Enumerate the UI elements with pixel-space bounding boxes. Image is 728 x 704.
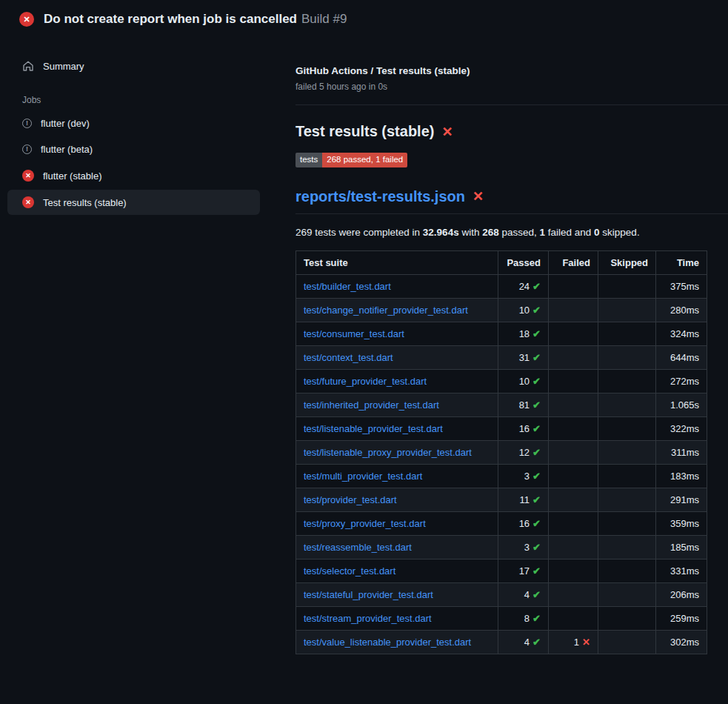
suite-link[interactable]: test/proxy_provider_test.dart: [304, 518, 426, 529]
suite-link[interactable]: test/stream_provider_test.dart: [304, 613, 432, 624]
skipped-cell: [598, 511, 656, 535]
sidebar-job-item[interactable]: ✕ Test results (stable): [7, 190, 260, 215]
passed-cell: 81✔: [498, 393, 549, 416]
summary-failed-count: 1: [540, 227, 546, 238]
col-skipped: Skipped: [598, 250, 656, 274]
summary-text: failed and: [545, 227, 594, 238]
failed-cell: [549, 488, 598, 511]
x-icon: ✕: [441, 124, 453, 140]
alert-circle-icon: !: [22, 145, 32, 154]
col-failed: Failed: [549, 250, 598, 274]
suite-link[interactable]: test/reassemble_test.dart: [304, 542, 412, 553]
report-heading: reports/test-results.json ✕: [295, 188, 728, 214]
skipped-cell: [598, 274, 656, 298]
suite-link[interactable]: test/provider_test.dart: [304, 494, 397, 505]
suite-link[interactable]: test/consumer_test.dart: [304, 328, 404, 339]
check-icon: ✔: [532, 328, 541, 339]
time-cell: 272ms: [656, 369, 707, 393]
passed-cell: 17✔: [498, 559, 549, 582]
time-cell: 1.065s: [656, 393, 707, 416]
x-circle-icon: ✕: [19, 12, 34, 27]
check-icon: ✔: [532, 613, 541, 624]
suite-link[interactable]: test/listenable_proxy_provider_test.dart: [304, 447, 472, 458]
x-circle-icon: ✕: [22, 170, 34, 182]
jobs-heading: Jobs: [0, 95, 278, 105]
table-row: test/value_listenable_provider_test.dart…: [296, 630, 707, 654]
table-row: test/builder_test.dart 24✔ 375ms: [296, 274, 707, 298]
time-cell: 185ms: [656, 535, 707, 559]
passed-cell: 31✔: [498, 345, 549, 369]
skipped-cell: [598, 393, 656, 416]
time-cell: 206ms: [656, 582, 707, 606]
time-cell: 291ms: [656, 488, 707, 511]
table-row: test/stateful_provider_test.dart 4✔ 206m…: [296, 582, 707, 606]
divider: [295, 104, 728, 105]
suite-link[interactable]: test/listenable_provider_test.dart: [304, 423, 443, 434]
failed-cell: [549, 393, 598, 416]
passed-cell: 16✔: [498, 511, 549, 535]
suite-link[interactable]: test/future_provider_test.dart: [304, 376, 427, 387]
check-icon: ✔: [532, 352, 541, 363]
sidebar-job-item[interactable]: ✕ flutter (stable): [7, 163, 260, 188]
suite-link[interactable]: test/change_notifier_provider_test.dart: [304, 305, 468, 316]
passed-cell: 3✔: [498, 535, 549, 559]
time-cell: 302ms: [656, 630, 707, 654]
sidebar-job-item[interactable]: ! flutter (beta): [7, 137, 260, 162]
passed-cell: 18✔: [498, 322, 549, 345]
table-row: test/proxy_provider_test.dart 16✔ 359ms: [296, 511, 707, 535]
sidebar-summary-label: Summary: [43, 61, 84, 72]
table-header-row: Test suite Passed Failed Skipped Time: [296, 250, 707, 274]
run-meta: failed 5 hours ago in 0s: [295, 82, 728, 92]
check-icon: ✔: [532, 376, 541, 387]
time-cell: 375ms: [656, 274, 707, 298]
report-link[interactable]: reports/test-results.json: [295, 188, 465, 205]
skipped-cell: [598, 582, 656, 606]
passed-cell: 16✔: [498, 416, 549, 440]
jobs-list: ! flutter (dev) ! flutter (beta) ✕ flutt…: [0, 111, 278, 215]
skipped-cell: [598, 606, 656, 630]
passed-cell: 10✔: [498, 298, 549, 322]
suite-link[interactable]: test/context_test.dart: [304, 352, 393, 363]
job-label: flutter (dev): [41, 118, 90, 129]
suite-link[interactable]: test/value_listenable_provider_test.dart: [304, 637, 471, 648]
skipped-cell: [598, 535, 656, 559]
failed-cell: [549, 606, 598, 630]
table-row: test/listenable_provider_test.dart 16✔ 3…: [296, 416, 707, 440]
suite-link[interactable]: test/multi_provider_test.dart: [304, 471, 422, 482]
tests-badge: tests 268 passed, 1 failed: [295, 153, 407, 167]
check-icon: ✔: [532, 281, 541, 292]
table-row: test/multi_provider_test.dart 3✔ 183ms: [296, 464, 707, 488]
skipped-cell: [598, 416, 656, 440]
time-cell: 331ms: [656, 559, 707, 582]
sidebar-item-summary[interactable]: Summary: [7, 53, 260, 79]
time-cell: 280ms: [656, 298, 707, 322]
suite-link[interactable]: test/builder_test.dart: [304, 281, 391, 292]
section-title: Test results (stable) ✕: [295, 123, 728, 140]
check-icon: ✔: [532, 518, 541, 529]
failed-cell: [549, 416, 598, 440]
build-header: ✕ Do not create report when job is cance…: [0, 0, 728, 37]
failed-cell: [549, 559, 598, 582]
failed-cell: [549, 511, 598, 535]
failed-cell: [549, 535, 598, 559]
check-icon: ✔: [532, 589, 541, 600]
table-row: test/selector_test.dart 17✔ 331ms: [296, 559, 707, 582]
failed-cell: [549, 464, 598, 488]
sidebar-job-item[interactable]: ! flutter (dev): [7, 111, 260, 136]
failed-cell: [549, 582, 598, 606]
x-icon: ✕: [582, 637, 590, 648]
summary-text: skipped.: [600, 227, 640, 238]
check-icon: ✔: [532, 494, 541, 505]
check-icon: ✔: [532, 637, 541, 648]
main-content: GitHub Actions / Test results (stable) f…: [278, 37, 728, 654]
check-icon: ✔: [532, 471, 541, 482]
suite-link[interactable]: test/stateful_provider_test.dart: [304, 589, 433, 600]
time-cell: 324ms: [656, 322, 707, 345]
job-label: Test results (stable): [43, 197, 127, 208]
summary-line: 269 tests were completed in 32.964s with…: [295, 227, 728, 238]
suite-link[interactable]: test/inherited_provider_test.dart: [304, 399, 439, 411]
suite-link[interactable]: test/selector_test.dart: [304, 565, 395, 577]
time-cell: 311ms: [656, 440, 707, 464]
table-row: test/future_provider_test.dart 10✔ 272ms: [296, 369, 707, 393]
summary-text: passed,: [499, 227, 540, 238]
